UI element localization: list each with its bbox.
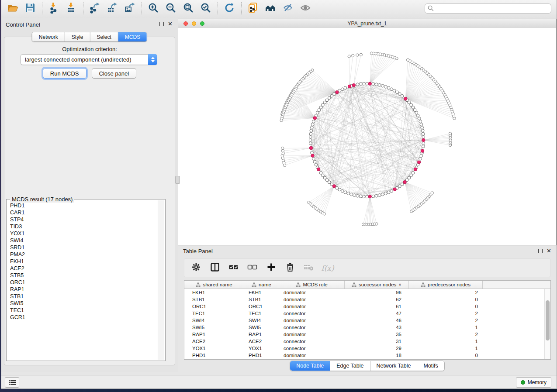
table-scrollbar-thumb[interactable] — [546, 300, 550, 340]
table-cell: 2 — [409, 318, 483, 323]
table-tab-motifs[interactable]: Motifs — [417, 361, 444, 371]
table-cell: dominator — [279, 290, 345, 295]
table-cell: ACE2 — [244, 339, 279, 344]
import-network-button[interactable] — [45, 2, 62, 16]
delete-table-icon — [304, 262, 314, 274]
table-cell: connector — [279, 311, 345, 316]
export-image-button[interactable] — [121, 2, 138, 16]
float-table-panel-icon[interactable] — [538, 249, 543, 253]
zoom-selected-button[interactable] — [197, 2, 214, 16]
zoom-in-icon — [148, 2, 159, 15]
search-input[interactable] — [425, 3, 551, 14]
close-table-panel-icon[interactable]: ✕ — [547, 249, 551, 253]
control-panel-tab-mcds[interactable]: MCDS — [118, 32, 147, 41]
table-mode-gear-button[interactable] — [191, 263, 201, 273]
deselect-all-columns-icon — [247, 262, 258, 274]
table-cell: 46 — [345, 318, 409, 323]
mcds-result-item[interactable]: TID3 — [7, 223, 157, 230]
refresh-button[interactable] — [221, 2, 238, 16]
table-scrollbar[interactable] — [544, 289, 550, 359]
mcds-result-item[interactable]: FKH1 — [7, 258, 157, 265]
show-log-button[interactable] — [5, 377, 19, 388]
import-table-button[interactable] — [62, 2, 80, 16]
delete-column-button[interactable] — [285, 263, 295, 273]
table-row[interactable]: SWI4SWI4dominator462 — [184, 317, 550, 324]
table-panel-title: Table Panel — [183, 248, 213, 254]
table-row[interactable]: PHD1PHD1dominator180 — [184, 352, 550, 359]
zoom-selected-icon — [200, 2, 211, 15]
zoom-in-button[interactable] — [145, 2, 162, 16]
mcds-result-list[interactable]: PHD1CAR1STP4TID3YOX1SWI4SRD1PMA2FKH1ACE2… — [7, 202, 157, 360]
list-icon — [8, 379, 16, 385]
mcds-result-item[interactable]: SRD1 — [7, 244, 157, 251]
export-image-icon — [124, 2, 135, 15]
mcds-list-scrollbar[interactable] — [158, 200, 164, 360]
table-row[interactable]: SWI5SWI5connector431 — [184, 324, 550, 331]
table-tab-edge-table[interactable]: Edge Table — [330, 361, 370, 371]
mcds-result-item[interactable]: PMA2 — [7, 251, 157, 258]
zoom-out-button[interactable] — [162, 2, 180, 16]
close-panel-icon[interactable]: ✕ — [168, 22, 173, 26]
mcds-result-item[interactable]: SWI5 — [7, 300, 157, 307]
zoom-fit-icon — [183, 2, 194, 15]
column-header-successor-nodes[interactable]: successor nodes∨ — [345, 281, 409, 289]
mcds-result-item[interactable]: SWI4 — [7, 237, 157, 244]
memory-button[interactable]: Memory — [516, 377, 551, 388]
zoom-fit-button[interactable] — [180, 2, 197, 16]
mcds-result-item[interactable]: RAP1 — [7, 286, 157, 293]
select-all-columns-button[interactable] — [228, 263, 239, 273]
mcds-result-item[interactable]: GCR1 — [7, 314, 157, 321]
table-row[interactable]: ACE2ACE2connector311 — [184, 338, 550, 345]
mcds-result-item[interactable]: CAR1 — [7, 209, 157, 216]
select-all-columns-icon — [228, 262, 239, 274]
mcds-result-item[interactable]: STB1 — [7, 293, 157, 300]
table-row[interactable]: RAP1RAP1dominator352 — [184, 331, 550, 338]
mcds-result-item[interactable]: STP4 — [7, 216, 157, 223]
network-canvas[interactable] — [178, 28, 556, 245]
show-columns-button[interactable] — [210, 263, 220, 273]
table-row[interactable]: YOX1YOX1connector291 — [184, 345, 550, 352]
float-panel-icon[interactable] — [159, 22, 164, 26]
criterion-dropdown[interactable]: largest connected component (undirected) — [21, 54, 157, 65]
deselect-all-columns-button[interactable] — [247, 263, 258, 273]
network-graph[interactable] — [178, 28, 556, 245]
column-header-mcds-role[interactable]: MCDS role — [279, 281, 345, 289]
table-row[interactable]: FKH1FKH1dominator962 — [184, 289, 550, 296]
table-cell: ACE2 — [184, 339, 244, 344]
mcds-result-item[interactable]: TEC1 — [7, 307, 157, 314]
network-window-titlebar[interactable]: YPA_prune.txt_1 — [178, 19, 556, 28]
toggle-graphics-details-button[interactable] — [279, 2, 297, 16]
column-header-predecessor-nodes[interactable]: predecessor nodes — [409, 281, 483, 289]
mcds-result-item[interactable]: ACE2 — [7, 265, 157, 272]
mcds-result-item[interactable]: YOX1 — [7, 230, 157, 237]
birds-eye-button[interactable] — [297, 2, 314, 16]
table-row[interactable]: ORC1ORC1dominator610 — [184, 303, 550, 310]
mcds-panel: Optimization criterion: largest connecte… — [4, 37, 175, 365]
run-mcds-button[interactable]: Run MCDS — [43, 68, 86, 79]
column-header-name[interactable]: name — [244, 281, 279, 289]
export-network-button[interactable] — [86, 2, 104, 16]
mcds-result-item[interactable]: ORC1 — [7, 279, 157, 286]
table-panel: Table Panel ✕ f(x) shared namenameMCDS r… — [178, 246, 557, 372]
mcds-result-item[interactable]: STB5 — [7, 272, 157, 279]
houses-button[interactable] — [262, 2, 279, 16]
table-cell: YOX1 — [184, 346, 244, 351]
save-session-button[interactable] — [21, 2, 39, 16]
table-tab-node-table[interactable]: Node Table — [290, 361, 330, 371]
open-file-button[interactable] — [4, 2, 21, 16]
memory-label: Memory — [528, 379, 547, 385]
control-panel-tab-network[interactable]: Network — [32, 32, 65, 41]
panel-divider-grip[interactable] — [175, 176, 180, 184]
control-panel-tab-style[interactable]: Style — [65, 32, 90, 41]
control-panel-tab-select[interactable]: Select — [90, 32, 118, 41]
table-tab-network-table[interactable]: Network Table — [370, 361, 418, 371]
share-document-button[interactable] — [244, 2, 262, 16]
close-panel-button[interactable]: Close panel — [92, 68, 137, 79]
mcds-result-item[interactable]: PHD1 — [7, 202, 157, 209]
column-header-shared-name[interactable]: shared name — [184, 281, 244, 289]
export-table-button[interactable] — [104, 2, 121, 16]
create-column-button[interactable] — [266, 263, 277, 273]
table-row[interactable]: TEC1TEC1connector472 — [184, 310, 550, 317]
table-row[interactable]: STB1STB1dominator620 — [184, 296, 550, 303]
column-tree-icon — [352, 282, 356, 287]
